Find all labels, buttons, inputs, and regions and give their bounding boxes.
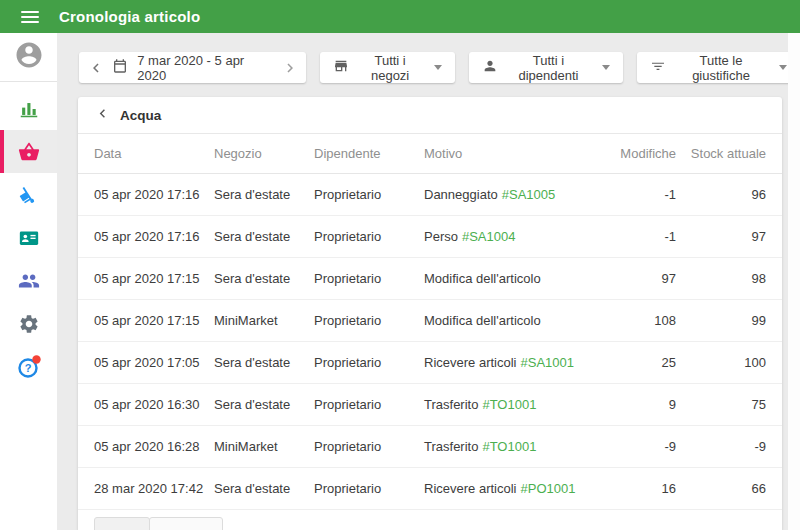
column-header-negozio: Negozio — [214, 146, 314, 161]
cell-changes: 108 — [586, 313, 676, 328]
page-title: Cronologia articolo — [59, 8, 200, 25]
main-content: 7 mar 2020 - 5 apr 2020 Tutti i negozi T… — [57, 33, 800, 530]
cell-date: 05 apr 2020 17:16 — [94, 187, 214, 202]
reason-text: Ricevere articoli — [424, 355, 516, 370]
cell-stock: 100 — [676, 355, 766, 370]
basket-icon — [18, 141, 40, 163]
sidebar-item-settings[interactable] — [0, 302, 57, 345]
sidebar-item-reports[interactable] — [0, 87, 57, 130]
chevron-left-icon — [94, 105, 111, 126]
employee-filter-dropdown[interactable]: Tutti i dipendenti — [469, 52, 623, 83]
cell-date: 05 apr 2020 17:05 — [94, 355, 214, 370]
cell-stock: 75 — [676, 397, 766, 412]
cell-employee: Proprietario — [314, 229, 424, 244]
cell-date: 05 apr 2020 17:15 — [94, 271, 214, 286]
cell-reason: Trasferito#TO1001 — [424, 439, 586, 454]
cell-stock: 99 — [676, 313, 766, 328]
cell-reason: Trasferito#TO1001 — [424, 397, 586, 412]
sidebar-item-inventory[interactable] — [0, 173, 57, 216]
cell-stock: -9 — [676, 439, 766, 454]
cell-employee: Proprietario — [314, 439, 424, 454]
cell-changes: -9 — [586, 439, 676, 454]
sidebar-nav: ? — [0, 82, 57, 388]
sidebar-item-employees[interactable] — [0, 259, 57, 302]
back-to-article-button[interactable]: Acqua — [78, 97, 782, 134]
cell-store: MiniMarket — [214, 313, 314, 328]
pagination-button[interactable] — [149, 517, 223, 530]
article-name: Acqua — [120, 108, 161, 123]
calendar-icon — [112, 58, 128, 77]
reason-text: Perso — [424, 229, 458, 244]
cell-changes: 16 — [586, 481, 676, 496]
employee-filter-label: Tutti i dipendenti — [507, 53, 590, 83]
cell-stock: 98 — [676, 271, 766, 286]
column-header-modifiche: Modifiche — [586, 146, 676, 161]
store-filter-label: Tutti i negozi — [358, 53, 421, 83]
cell-date: 05 apr 2020 17:15 — [94, 313, 214, 328]
cell-store: Sera d'estate — [214, 229, 314, 244]
prev-period-button[interactable] — [79, 52, 112, 83]
document-reference-link[interactable]: #PO1001 — [520, 481, 575, 496]
cell-employee: Proprietario — [314, 271, 424, 286]
document-reference-link[interactable]: #TO1001 — [482, 397, 536, 412]
handtruck-icon — [18, 184, 40, 206]
document-reference-link[interactable]: #SA1004 — [462, 229, 516, 244]
app-bar: Cronologia articolo — [0, 0, 800, 33]
table-row: 28 mar 2020 17:42 Sera d'estate Propriet… — [78, 468, 782, 510]
cell-changes: -1 — [586, 229, 676, 244]
reason-text: Modifica dell'articolo — [424, 313, 541, 328]
table-row: 05 apr 2020 17:05 Sera d'estate Propriet… — [78, 342, 782, 384]
cell-store: Sera d'estate — [214, 187, 314, 202]
table-header-row: Data Negozio Dipendente Motivo Modifiche… — [78, 134, 782, 174]
user-avatar-icon — [14, 40, 44, 74]
store-filter-dropdown[interactable]: Tutti i negozi — [320, 52, 454, 83]
table-row: 05 apr 2020 16:30 Sera d'estate Propriet… — [78, 384, 782, 426]
sidebar-item-profile[interactable] — [0, 33, 57, 82]
sidebar-item-articles[interactable] — [0, 130, 57, 173]
table-row: 05 apr 2020 17:15 Sera d'estate Propriet… — [78, 258, 782, 300]
document-reference-link[interactable]: #SA1005 — [502, 187, 556, 202]
table-body: 05 apr 2020 17:16 Sera d'estate Propriet… — [78, 174, 782, 510]
reason-filter-dropdown[interactable]: Tutte le giustifiche — [637, 52, 800, 83]
store-icon — [333, 58, 349, 77]
sidebar-item-help[interactable]: ? — [0, 345, 57, 388]
document-reference-link[interactable]: #TO1001 — [482, 439, 536, 454]
vertical-scrollbar[interactable] — [788, 33, 800, 530]
cell-changes: 25 — [586, 355, 676, 370]
column-header-motivo: Motivo — [424, 146, 586, 161]
cell-date: 28 mar 2020 17:42 — [94, 481, 214, 496]
cell-stock: 96 — [676, 187, 766, 202]
sidebar-item-customers[interactable] — [0, 216, 57, 259]
table-row: 05 apr 2020 17:16 Sera d'estate Propriet… — [78, 216, 782, 258]
cell-employee: Proprietario — [314, 481, 424, 496]
date-range-button[interactable]: 7 mar 2020 - 5 apr 2020 — [112, 53, 273, 83]
cell-reason: Danneggiato#SA1005 — [424, 187, 586, 202]
cell-store: Sera d'estate — [214, 355, 314, 370]
reason-text: Modifica dell'articolo — [424, 271, 541, 286]
cell-changes: 9 — [586, 397, 676, 412]
svg-text:?: ? — [24, 362, 31, 374]
column-header-dipendente: Dipendente — [314, 146, 424, 161]
column-header-stock: Stock attuale — [676, 146, 766, 161]
hamburger-menu-icon[interactable] — [21, 11, 39, 23]
table-row: 05 apr 2020 17:16 Sera d'estate Propriet… — [78, 174, 782, 216]
cell-reason: Modifica dell'articolo — [424, 271, 586, 286]
bar-chart-icon — [18, 98, 40, 120]
cell-date: 05 apr 2020 16:28 — [94, 439, 214, 454]
filter-icon — [650, 58, 666, 77]
next-period-button[interactable] — [273, 52, 306, 83]
pagination-controls — [94, 517, 223, 530]
filter-toolbar: 7 mar 2020 - 5 apr 2020 Tutti i negozi T… — [79, 52, 800, 83]
pagination-button[interactable] — [94, 517, 150, 530]
column-header-data: Data — [94, 146, 214, 161]
cell-employee: Proprietario — [314, 187, 424, 202]
reason-text: Ricevere articoli — [424, 481, 516, 496]
date-range-picker: 7 mar 2020 - 5 apr 2020 — [79, 52, 306, 83]
gear-icon — [18, 313, 40, 335]
cell-date: 05 apr 2020 16:30 — [94, 397, 214, 412]
people-icon — [18, 270, 40, 292]
document-reference-link[interactable]: #SA1001 — [520, 355, 574, 370]
cell-store: MiniMarket — [214, 439, 314, 454]
cell-stock: 66 — [676, 481, 766, 496]
reason-text: Trasferito — [424, 439, 478, 454]
